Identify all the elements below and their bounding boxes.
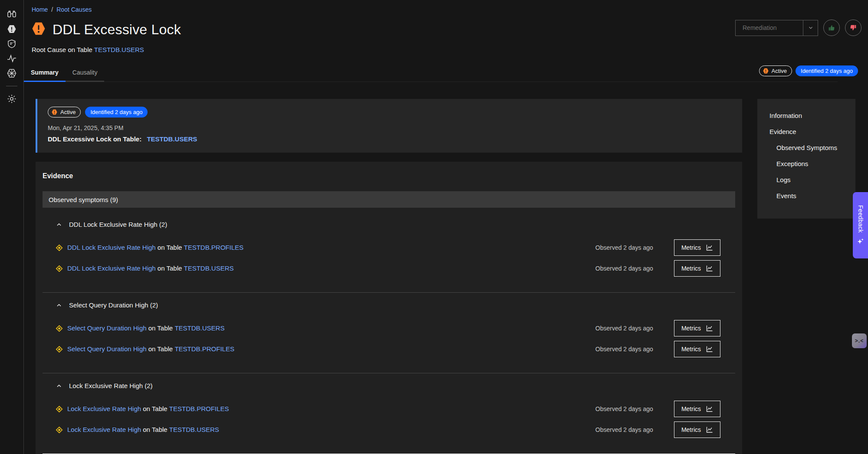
metrics-button[interactable]: Metrics bbox=[674, 260, 720, 277]
summary-title-prefix: DDL Excessive Lock on Table: bbox=[48, 135, 141, 143]
symptom-link[interactable]: Lock Exclusive Rate High bbox=[67, 426, 141, 433]
severity-diamond-icon bbox=[56, 265, 63, 272]
left-icon-sidebar bbox=[0, 0, 24, 454]
symptom-infix: on Table bbox=[141, 405, 169, 412]
right-nav-item[interactable]: Exceptions bbox=[757, 156, 855, 172]
symptom-link[interactable]: DDL Lock Exclusive Rate High bbox=[67, 244, 156, 251]
feedback-button[interactable]: Feedback bbox=[853, 192, 868, 258]
metrics-button[interactable]: Metrics bbox=[674, 320, 720, 336]
workload-icon[interactable] bbox=[4, 66, 19, 81]
observed-label: Observed 2 days ago bbox=[595, 325, 653, 332]
policy-shield-icon[interactable] bbox=[4, 36, 19, 51]
remediation-button-label[interactable]: Remediation bbox=[736, 20, 803, 36]
chevron-up-icon bbox=[56, 382, 62, 389]
table-link[interactable]: TESTDB.PROFILES bbox=[174, 345, 234, 353]
page-title: DDL Excessive Lock bbox=[53, 22, 181, 38]
metrics-button[interactable]: Metrics bbox=[674, 239, 720, 256]
remediation-split-button[interactable]: Remediation bbox=[735, 20, 818, 36]
chart-line-icon bbox=[706, 405, 713, 412]
active-badge-label: Active bbox=[772, 68, 787, 74]
summary-table-link[interactable]: TESTDB.USERS bbox=[147, 135, 197, 143]
symptom-link[interactable]: Select Query Duration High bbox=[67, 345, 147, 353]
symptom-text: DDL Lock Exclusive Rate High on Table TE… bbox=[56, 265, 234, 272]
assistant-face-button[interactable]: >.< bbox=[852, 333, 867, 348]
table-link[interactable]: TESTDB.USERS bbox=[174, 324, 224, 332]
incidents-icon[interactable] bbox=[4, 22, 19, 36]
symptom-group-header[interactable]: Select Query Duration High (2) bbox=[43, 296, 735, 314]
active-badge-label: Active bbox=[60, 109, 76, 115]
symptom-row: Select Query Duration High on Table TEST… bbox=[56, 341, 720, 357]
observed-symptoms-header[interactable]: Observed symptoms (9) bbox=[43, 191, 735, 208]
symptom-infix: on Table bbox=[147, 345, 175, 353]
thumbs-up-button[interactable] bbox=[823, 20, 840, 36]
symptom-text: DDL Lock Exclusive Rate High on Table TE… bbox=[56, 244, 243, 251]
right-nav-item[interactable]: Observed Symptoms bbox=[757, 140, 855, 156]
warning-hex-icon bbox=[763, 68, 769, 74]
table-link[interactable]: TESTDB.USERS bbox=[184, 265, 233, 272]
tab-bar: Summary Causality bbox=[24, 65, 104, 82]
right-nav-item[interactable]: Logs bbox=[757, 172, 855, 188]
symptom-group-header[interactable]: Lock Exclusive Rate High (2) bbox=[43, 377, 735, 395]
metrics-label: Metrics bbox=[681, 405, 701, 412]
severity-diamond-icon bbox=[56, 244, 63, 251]
breadcrumb-home-link[interactable]: Home bbox=[32, 6, 48, 13]
symptom-group: Lock Exclusive Rate High (2) Lock Exclus… bbox=[43, 373, 735, 454]
observed-label: Observed 2 days ago bbox=[595, 244, 653, 251]
chart-line-icon bbox=[706, 426, 713, 433]
symptom-text: Select Query Duration High on Table TEST… bbox=[56, 345, 234, 353]
symptom-row: Select Query Duration High on Table TEST… bbox=[56, 320, 720, 336]
sidebar-divider bbox=[6, 86, 17, 86]
summary-card: Active Identified 2 days ago Mon, Apr 21… bbox=[36, 99, 742, 153]
identified-badge: Identified 2 days ago bbox=[796, 65, 858, 76]
right-nav-item[interactable]: Events bbox=[757, 188, 855, 204]
binoculars-icon[interactable] bbox=[4, 7, 19, 22]
group-rows: DDL Lock Exclusive Rate High on Table TE… bbox=[43, 239, 735, 277]
warning-hex-icon bbox=[31, 21, 46, 38]
symptom-text: Lock Exclusive Rate High on Table TESTDB… bbox=[56, 426, 219, 434]
chart-line-icon bbox=[706, 325, 713, 332]
chevron-up-icon bbox=[56, 302, 62, 309]
status-badges: Active Identified 2 days ago bbox=[759, 65, 858, 76]
tab-summary[interactable]: Summary bbox=[24, 65, 66, 82]
right-nav-item[interactable]: Information bbox=[757, 108, 855, 124]
subtitle-prefix: Root Cause on Table bbox=[32, 46, 92, 53]
chevron-down-icon[interactable] bbox=[803, 20, 818, 36]
symptom-link[interactable]: Select Query Duration High bbox=[67, 324, 147, 332]
settings-gear-icon[interactable] bbox=[4, 91, 19, 106]
chart-line-icon bbox=[706, 265, 713, 272]
breadcrumb-root-causes-link[interactable]: Root Causes bbox=[56, 6, 92, 13]
observed-label: Observed 2 days ago bbox=[595, 426, 653, 433]
symptom-row: DDL Lock Exclusive Rate High on Table TE… bbox=[56, 239, 720, 256]
table-link[interactable]: TESTDB.PROFILES bbox=[169, 405, 229, 412]
evidence-groups: DDL Lock Exclusive Rate High (2) DDL Loc… bbox=[43, 212, 735, 454]
severity-diamond-icon bbox=[56, 346, 63, 353]
active-status-badge: Active bbox=[48, 107, 81, 118]
evidence-card: Evidence Observed symptoms (9) DDL Lock … bbox=[36, 162, 742, 454]
table-link[interactable]: TESTDB.USERS bbox=[169, 426, 219, 433]
group-rows: Lock Exclusive Rate High on Table TESTDB… bbox=[43, 401, 735, 438]
thumbs-down-button[interactable] bbox=[845, 20, 861, 36]
page-header: DDL Excessive Lock bbox=[31, 21, 181, 38]
symptom-group-header[interactable]: DDL Lock Exclusive Rate High (2) bbox=[43, 216, 735, 233]
symptom-row: Lock Exclusive Rate High on Table TESTDB… bbox=[56, 401, 720, 417]
observed-label: Observed 2 days ago bbox=[595, 346, 653, 353]
activity-icon[interactable] bbox=[4, 51, 19, 66]
metrics-label: Metrics bbox=[681, 265, 701, 272]
symptom-infix: on Table bbox=[147, 324, 175, 332]
symptom-link[interactable]: Lock Exclusive Rate High bbox=[67, 405, 141, 412]
assistant-face: >.< bbox=[855, 338, 864, 344]
table-link[interactable]: TESTDB.PROFILES bbox=[184, 244, 243, 251]
symptom-group: Select Query Duration High (2) Select Qu… bbox=[43, 292, 735, 373]
symptom-infix: on Table bbox=[156, 265, 184, 272]
right-nav-item[interactable]: Evidence bbox=[757, 124, 855, 140]
metrics-button[interactable]: Metrics bbox=[674, 401, 720, 417]
summary-title-line: DDL Excessive Lock on Table: TESTDB.USER… bbox=[48, 135, 732, 143]
metrics-button[interactable]: Metrics bbox=[674, 341, 720, 357]
symptom-infix: on Table bbox=[141, 426, 169, 433]
subtitle-table-link[interactable]: TESTDB.USERS bbox=[94, 46, 144, 53]
metrics-button[interactable]: Metrics bbox=[674, 421, 720, 438]
group-label: Lock Exclusive Rate High (2) bbox=[69, 382, 153, 389]
tab-causality[interactable]: Causality bbox=[66, 65, 105, 82]
symptom-link[interactable]: DDL Lock Exclusive Rate High bbox=[67, 265, 156, 272]
warning-hex-icon bbox=[51, 109, 58, 115]
